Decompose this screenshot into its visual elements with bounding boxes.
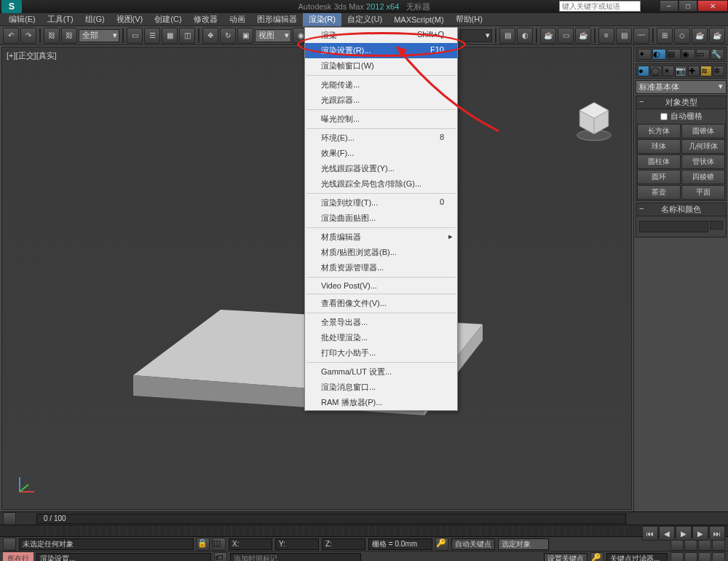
autogrid-checkbox[interactable]: 自动栅格 xyxy=(636,109,726,123)
lights-cat[interactable]: ☀ xyxy=(662,66,674,76)
geometry-cat[interactable]: ● xyxy=(638,66,649,76)
snap2-button[interactable]: ◇ xyxy=(674,28,690,44)
menu-item-29[interactable]: Gamma/LUT 设置... xyxy=(305,364,457,380)
viewcube[interactable] xyxy=(574,98,614,142)
primitive-5[interactable]: 管状体 xyxy=(681,154,725,169)
goto-end-button[interactable]: ⏭ xyxy=(709,526,725,541)
help-search-input[interactable] xyxy=(559,1,641,12)
render-frame-button[interactable]: ▭ xyxy=(558,28,574,44)
menu-item-21[interactable]: Video Post(V)... xyxy=(305,279,457,292)
goto-start-button[interactable]: ⏮ xyxy=(642,526,658,541)
app-logo[interactable]: S xyxy=(1,0,22,13)
menu-item-27[interactable]: 打印大小助手... xyxy=(305,345,457,361)
section-title-namecolor[interactable]: 名称和颜色 xyxy=(636,203,726,216)
menu-item-14[interactable]: 渲染到纹理(T)...0 xyxy=(305,195,457,211)
curve-button[interactable]: 〰 xyxy=(633,28,649,44)
z-coord[interactable]: Z: xyxy=(322,538,365,550)
trackbar[interactable]: ⏮ ◀ ▶ ▶ ⏭ xyxy=(0,525,728,536)
primitive-9[interactable]: 平面 xyxy=(681,185,725,200)
key-button[interactable]: 🔑 xyxy=(435,538,448,551)
menu-item-5[interactable]: 光跟踪器... xyxy=(305,93,457,108)
snap4-button[interactable]: ☕ xyxy=(709,28,725,44)
menu-item-4[interactable]: 光能传递... xyxy=(305,77,457,93)
move-button[interactable]: ✥ xyxy=(202,28,218,44)
cameras-cat[interactable]: 📷 xyxy=(675,66,687,76)
timeline-config-button[interactable] xyxy=(3,512,16,525)
menu-10[interactable]: MAXScript(M) xyxy=(388,14,449,26)
viewport-label[interactable]: [+][正交][真实] xyxy=(7,50,57,61)
menu-item-31[interactable]: RAM 播放器(P)... xyxy=(305,395,457,410)
schematic-button[interactable]: ▤ xyxy=(499,28,515,44)
window-crossing-button[interactable]: ◫ xyxy=(179,28,195,44)
menu-item-15[interactable]: 渲染曲面贴图... xyxy=(305,211,457,226)
primitive-combo[interactable]: 标准基本体▾ xyxy=(636,80,727,94)
snap3-button[interactable]: ☕ xyxy=(692,28,708,44)
restore-button[interactable]: □ xyxy=(678,0,697,12)
render-button[interactable]: ☕ xyxy=(575,28,591,44)
time-slider[interactable]: 0 / 100 xyxy=(0,511,728,525)
object-name-input[interactable] xyxy=(639,221,708,232)
minimize-button[interactable]: − xyxy=(660,0,678,12)
play-button[interactable]: ▶ xyxy=(676,526,692,541)
primitive-7[interactable]: 四棱锥 xyxy=(681,170,725,184)
rotate-button[interactable]: ↻ xyxy=(220,28,236,44)
menu-3[interactable]: 视图(V) xyxy=(111,12,149,26)
primitive-4[interactable]: 圆柱体 xyxy=(637,154,681,169)
menu-item-7[interactable]: 曝光控制... xyxy=(305,111,457,127)
y-coord[interactable]: Y: xyxy=(275,538,319,550)
select-button[interactable]: ▭ xyxy=(127,28,143,44)
menu-item-26[interactable]: 批处理渲染... xyxy=(305,330,457,345)
next-frame-button[interactable]: ▶ xyxy=(692,526,708,541)
menu-item-0[interactable]: 渲染Shift+Q xyxy=(305,28,457,43)
menu-2[interactable]: 组(G) xyxy=(79,12,111,26)
min-button[interactable] xyxy=(712,552,725,562)
menu-item-11[interactable]: 光线跟踪器设置(Y)... xyxy=(305,161,457,176)
key-filter-button[interactable]: 关键点过滤器... xyxy=(606,553,668,562)
render-setup-button[interactable]: ☕ xyxy=(540,28,556,44)
selected-obj-combo[interactable]: 选定对象 xyxy=(498,538,549,550)
menu-item-25[interactable]: 全景导出器... xyxy=(305,315,457,330)
utilities-tab[interactable]: 🔧 xyxy=(711,49,724,60)
setkey-toggle[interactable]: 设置关键点 xyxy=(544,553,587,562)
menu-item-23[interactable]: 查看图像文件(V)... xyxy=(305,296,457,311)
menu-11[interactable]: 帮助(H) xyxy=(450,12,488,26)
display-tab[interactable]: ▭ xyxy=(696,49,710,60)
modify-tab[interactable]: ◐ xyxy=(652,49,666,60)
autokey-toggle[interactable]: 自动关键点 xyxy=(451,538,495,550)
primitive-6[interactable]: 圆环 xyxy=(637,170,681,184)
helpers-cat[interactable]: ✚ xyxy=(688,66,700,76)
select-name-button[interactable]: ☰ xyxy=(144,28,160,44)
menu-item-30[interactable]: 渲染消息窗口... xyxy=(305,380,457,395)
primitive-1[interactable]: 圆锥体 xyxy=(681,124,725,138)
material-button[interactable]: ◐ xyxy=(517,28,533,44)
shapes-cat[interactable]: ◯ xyxy=(650,66,662,76)
menu-4[interactable]: 创建(C) xyxy=(149,12,187,26)
primitive-0[interactable]: 长方体 xyxy=(637,124,681,138)
prev-frame-button[interactable]: ◀ xyxy=(659,526,675,541)
systems-cat[interactable]: ✲ xyxy=(713,66,724,76)
menu-1[interactable]: 工具(T) xyxy=(41,12,79,26)
timeline-track[interactable] xyxy=(36,514,626,524)
key-mode-button[interactable]: 🔑 xyxy=(590,552,604,562)
primitive-3[interactable]: 几何球体 xyxy=(681,139,725,154)
primitive-8[interactable]: 茶壶 xyxy=(637,185,681,200)
layer-button[interactable]: ▤ xyxy=(616,28,632,44)
tag-button[interactable]: 🏷 xyxy=(214,552,227,562)
select-rect-button[interactable]: ▦ xyxy=(162,28,178,44)
motion-tab[interactable]: ◉ xyxy=(681,49,695,60)
section-title-objtype[interactable]: 对象类型 xyxy=(636,96,726,109)
max-button[interactable] xyxy=(698,552,711,562)
primitive-2[interactable]: 球体 xyxy=(637,139,681,154)
menu-9[interactable]: 自定义(U) xyxy=(341,12,388,26)
menu-0[interactable]: 编辑(E) xyxy=(3,12,41,26)
menu-7[interactable]: 图形编辑器 xyxy=(251,12,303,26)
render-preset-combo[interactable] xyxy=(460,29,492,42)
space-cat[interactable]: ≋ xyxy=(700,66,712,76)
menu-item-12[interactable]: 光线跟踪全局包含/排除(G)... xyxy=(305,176,457,192)
fov-button[interactable] xyxy=(670,552,684,562)
x-coord[interactable]: X: xyxy=(229,538,272,550)
align-button[interactable]: ≡ xyxy=(598,28,614,44)
menu-item-17[interactable]: 材质编辑器 xyxy=(305,230,457,245)
ref-coord-combo[interactable]: 视图 xyxy=(255,29,291,42)
lock-button[interactable]: 🔒 xyxy=(197,538,210,551)
